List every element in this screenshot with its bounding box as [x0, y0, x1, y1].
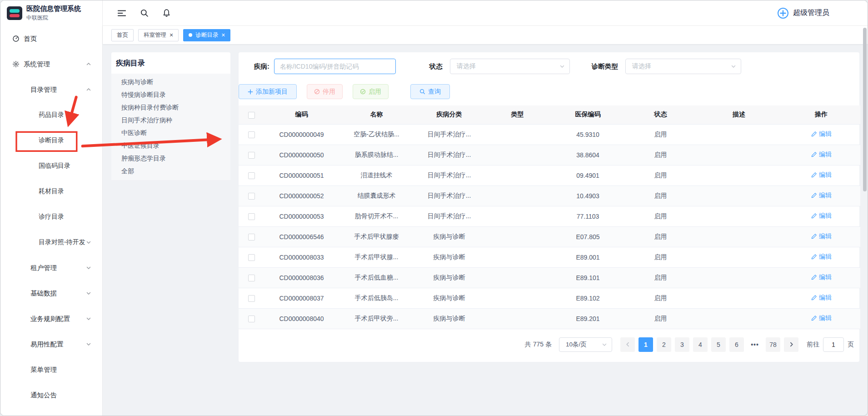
view-tab[interactable]: 诊断目录×	[183, 29, 230, 41]
page-button[interactable]: 2	[657, 337, 671, 352]
next-page-button[interactable]	[784, 337, 798, 352]
cell-insurance-code: E89.201	[550, 308, 625, 329]
edit-button[interactable]: 编辑	[811, 171, 832, 179]
page-button[interactable]: 5	[711, 337, 726, 352]
goto-page-input[interactable]	[823, 337, 844, 352]
ban-icon	[314, 89, 320, 95]
page-size-select[interactable]: 10条/页	[559, 337, 612, 352]
enable-button[interactable]: 启用	[353, 84, 389, 99]
row-checkbox[interactable]	[248, 213, 255, 220]
edit-icon	[811, 192, 817, 199]
sidebar-item[interactable]: 目录对照-待开发	[0, 230, 102, 255]
catalog-item[interactable]: 中医诊断	[111, 126, 230, 139]
page-button[interactable]: 4	[693, 337, 708, 352]
row-checkbox[interactable]	[248, 254, 255, 261]
edit-button[interactable]: 编辑	[811, 232, 832, 241]
catalog-item-list: 疾病与诊断特慢病诊断目录按病种目录付费诊断日间手术治疗病种中医诊断中医证候目录肿…	[111, 74, 230, 180]
cell-type	[484, 308, 550, 329]
row-checkbox[interactable]	[248, 131, 255, 138]
edit-icon	[811, 151, 817, 158]
disease-search-input[interactable]	[274, 59, 396, 74]
edit-button[interactable]: 编辑	[811, 273, 832, 281]
sidebar-item[interactable]: 首页	[0, 26, 102, 51]
page-button[interactable]: 6	[729, 337, 744, 352]
close-icon[interactable]: ×	[221, 32, 225, 38]
page-button[interactable]: 78	[766, 337, 780, 352]
page-button[interactable]: 3	[675, 337, 689, 352]
tab-label: 首页	[117, 31, 128, 39]
sidebar-item[interactable]: 目录管理	[0, 77, 102, 102]
sidebar: 医院信息管理系统 中联医院 首页系统管理目录管理药品目录诊断目录国临码目录耗材目…	[0, 0, 103, 416]
edit-button[interactable]: 编辑	[811, 130, 832, 138]
view-tab[interactable]: 科室管理×	[138, 29, 179, 41]
cell-insurance-code: 09.4901	[550, 165, 625, 185]
edit-button[interactable]: 编辑	[811, 150, 832, 159]
toolbar: 添加新项目 停用 启用 查询	[239, 84, 859, 99]
sidebar-item[interactable]: 诊断目录	[0, 128, 102, 153]
status-select[interactable]: 请选择	[450, 59, 570, 74]
checkbox-cell	[239, 247, 264, 267]
row-checkbox[interactable]	[248, 234, 255, 241]
sidebar-item[interactable]: 系统管理	[0, 51, 102, 77]
catalog-item[interactable]: 肿瘤形态学目录	[111, 152, 230, 165]
sidebar-item[interactable]: 菜单管理	[0, 357, 102, 382]
sidebar-item[interactable]: 药品目录	[0, 102, 102, 128]
row-checkbox[interactable]	[248, 193, 255, 200]
cell-category: 日间手术治疗...	[414, 206, 484, 226]
checkbox-cell	[239, 267, 264, 288]
sidebar-item[interactable]: 诊疗目录	[0, 204, 102, 230]
sidebar-item[interactable]: 易用性配置	[0, 331, 102, 357]
catalog-item[interactable]: 特慢病诊断目录	[111, 88, 230, 101]
pager-more-icon[interactable]: •••	[748, 337, 762, 352]
disable-button[interactable]: 停用	[307, 84, 343, 99]
row-checkbox[interactable]	[248, 316, 255, 322]
sidebar-item[interactable]: 通知公告	[0, 382, 102, 408]
row-checkbox[interactable]	[248, 152, 255, 159]
cell-type	[484, 288, 550, 308]
sidebar-item[interactable]: 国临码目录	[0, 153, 102, 179]
cell-category: 疾病与诊断	[414, 288, 484, 308]
sidebar-item-label: 业务规则配置	[30, 315, 70, 323]
row-checkbox[interactable]	[248, 275, 255, 281]
search-icon[interactable]	[140, 9, 149, 17]
view-tab[interactable]: 首页	[111, 29, 134, 41]
column-header: 操作	[782, 105, 860, 124]
cell-category: 疾病与诊断	[414, 226, 484, 247]
user-name[interactable]: 超级管理员	[793, 8, 829, 18]
bell-icon[interactable]	[162, 9, 171, 17]
edit-button[interactable]: 编辑	[811, 253, 832, 261]
catalog-item[interactable]: 疾病与诊断	[111, 75, 230, 88]
sidebar-item[interactable]: 基础数据	[0, 281, 102, 306]
action-cell: 编辑	[782, 226, 860, 247]
row-checkbox[interactable]	[248, 295, 255, 302]
row-checkbox[interactable]	[248, 172, 255, 179]
add-item-button[interactable]: 添加新项目	[239, 84, 297, 99]
catalog-item[interactable]: 中医证候目录	[111, 139, 230, 152]
sidebar-item[interactable]: 业务规则配置	[0, 306, 102, 331]
sidebar-item[interactable]: 耗材目录	[0, 179, 102, 204]
edit-button[interactable]: 编辑	[811, 294, 832, 302]
catalog-item[interactable]: 按病种目录付费诊断	[111, 101, 230, 114]
close-icon[interactable]: ×	[170, 32, 173, 38]
query-button[interactable]: 查询	[410, 84, 450, 99]
cell-status: 启用	[625, 165, 696, 185]
prev-page-button[interactable]	[620, 337, 635, 352]
select-all-checkbox[interactable]	[248, 112, 255, 119]
action-cell: 编辑	[782, 124, 860, 145]
diagnosis-type-select[interactable]: 请选择	[625, 59, 741, 74]
sidebar-item[interactable]: 租户管理	[0, 255, 102, 281]
menu-fold-icon[interactable]	[117, 9, 126, 17]
filter-row: 疾病: 状态 请选择 诊断类型 请选择	[239, 59, 859, 74]
edit-button[interactable]: 编辑	[811, 191, 832, 200]
edit-button[interactable]: 编辑	[811, 314, 832, 322]
scrollbar-thumb[interactable]	[863, 28, 867, 191]
edit-button[interactable]: 编辑	[811, 212, 832, 220]
catalog-item[interactable]: 全部	[111, 165, 230, 177]
edit-label: 编辑	[819, 273, 832, 281]
column-header: 描述	[696, 105, 782, 124]
cell-status: 启用	[625, 145, 696, 165]
cell-name: 肠系膜动脉结...	[339, 145, 414, 165]
catalog-item[interactable]: 日间手术治疗病种	[111, 114, 230, 126]
sidebar-item-label: 国临码目录	[39, 162, 70, 170]
page-button[interactable]: 1	[639, 337, 653, 352]
